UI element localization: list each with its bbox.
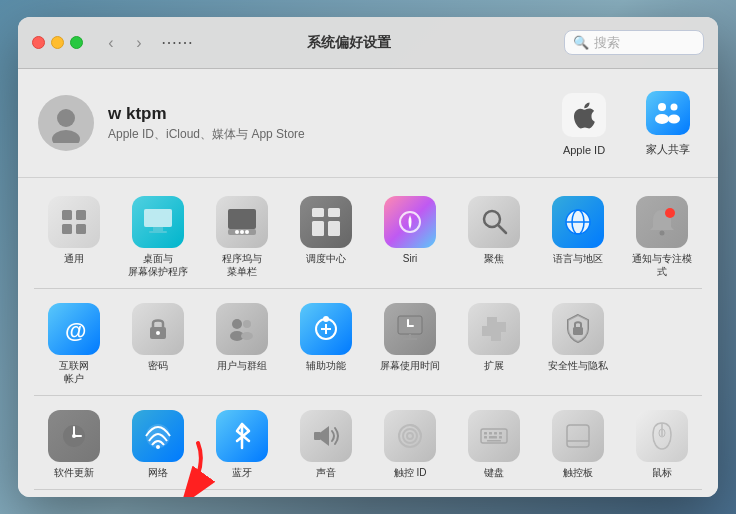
pref-screentime[interactable]: 屏幕使用时间 xyxy=(370,297,450,391)
avatar[interactable] xyxy=(38,95,94,151)
network-label: 网络 xyxy=(148,466,168,479)
titlebar: ‹ › ⋯⋯ 系统偏好设置 🔍 xyxy=(18,17,718,69)
accessibility-label: 辅助功能 xyxy=(306,359,346,372)
pref-software[interactable]: 软件更新 xyxy=(34,404,114,485)
svg-point-31 xyxy=(665,208,675,218)
search-box[interactable]: 🔍 xyxy=(564,30,704,55)
svg-rect-58 xyxy=(489,432,492,435)
svg-rect-22 xyxy=(328,221,340,236)
close-button[interactable] xyxy=(32,36,45,49)
desktop-label: 桌面与屏幕保护程序 xyxy=(128,252,188,278)
siri-icon xyxy=(384,196,436,248)
pref-extensions[interactable]: 扩展 xyxy=(454,297,534,391)
svg-point-18 xyxy=(245,230,249,234)
svg-rect-64 xyxy=(487,440,501,442)
pref-bluetooth[interactable]: 蓝牙 xyxy=(202,404,282,485)
bluetooth-label: 蓝牙 xyxy=(232,466,252,479)
icon-grid-row2: @ 互联网帐户 密码 用户与群组 xyxy=(34,297,702,391)
pref-users[interactable]: 用户与群组 xyxy=(202,297,282,391)
search-input[interactable] xyxy=(594,35,695,50)
pref-notification[interactable]: 通知与专注模式 xyxy=(622,190,702,284)
mouse-icon xyxy=(636,410,688,462)
mission-icon xyxy=(300,196,352,248)
pref-language[interactable]: 语言与地区 xyxy=(538,190,618,284)
svg-rect-7 xyxy=(62,224,72,234)
svg-rect-57 xyxy=(484,432,487,435)
svg-rect-11 xyxy=(144,209,172,227)
pref-siri[interactable]: Siri xyxy=(370,190,450,284)
siri-label: Siri xyxy=(403,252,417,265)
pref-network[interactable]: 网络 xyxy=(118,404,198,485)
pref-accessibility[interactable]: 辅助功能 xyxy=(286,297,366,391)
svg-point-5 xyxy=(668,115,680,124)
svg-point-30 xyxy=(660,231,665,236)
minimize-button[interactable] xyxy=(51,36,64,49)
svg-point-16 xyxy=(235,230,239,234)
pref-mouse[interactable]: 鼠标 xyxy=(622,404,702,485)
users-icon xyxy=(216,303,268,355)
svg-point-38 xyxy=(241,332,253,340)
notification-icon xyxy=(636,196,688,248)
family-share-button[interactable]: 家人共享 xyxy=(638,83,698,163)
svg-rect-52 xyxy=(314,432,321,440)
pref-dock[interactable]: 程序坞与菜单栏 xyxy=(202,190,282,284)
pref-mission[interactable]: 调度中心 xyxy=(286,190,366,284)
pref-spotlight[interactable]: 聚焦 xyxy=(454,190,534,284)
maximize-button[interactable] xyxy=(70,36,83,49)
svg-point-17 xyxy=(240,230,244,234)
touchid-icon xyxy=(384,410,436,462)
network-icon xyxy=(132,410,184,462)
profile-section: w ktpm Apple ID、iCloud、媒体与 App Store App… xyxy=(18,69,718,178)
svg-text:@: @ xyxy=(65,318,86,343)
software-icon xyxy=(48,410,100,462)
svg-rect-6 xyxy=(62,210,72,220)
language-icon xyxy=(552,196,604,248)
svg-point-51 xyxy=(156,445,160,449)
icon-grid-container: 通用 桌面与屏幕保护程序 程序坞与菜单栏 xyxy=(34,190,702,497)
pref-desktop[interactable]: 桌面与屏幕保护程序 xyxy=(118,190,198,284)
svg-rect-19 xyxy=(312,208,324,217)
sound-icon xyxy=(300,410,352,462)
pref-touchid[interactable]: 触控 ID xyxy=(370,404,450,485)
svg-point-34 xyxy=(156,331,160,335)
svg-rect-62 xyxy=(489,436,497,439)
back-button[interactable]: ‹ xyxy=(99,31,123,55)
touchid-label: 触控 ID xyxy=(394,466,427,479)
language-label: 语言与地区 xyxy=(553,252,603,265)
keyboard-icon xyxy=(468,410,520,462)
pref-password[interactable]: 密码 xyxy=(118,297,198,391)
bluetooth-icon xyxy=(216,410,268,462)
pref-keyboard[interactable]: 键盘 xyxy=(454,404,534,485)
profile-right-buttons: Apple ID 家人共享 xyxy=(554,83,698,163)
mission-label: 调度中心 xyxy=(306,252,346,265)
pref-internet[interactable]: @ 互联网帐户 xyxy=(34,297,114,391)
svg-rect-61 xyxy=(484,436,487,439)
svg-rect-65 xyxy=(567,425,589,447)
extensions-label: 扩展 xyxy=(484,359,504,372)
pref-trackpad[interactable]: 触控板 xyxy=(538,404,618,485)
svg-rect-13 xyxy=(149,231,167,233)
software-label: 软件更新 xyxy=(54,466,94,479)
svg-rect-63 xyxy=(499,436,502,439)
pref-security[interactable]: 安全性与隐私 xyxy=(538,297,618,391)
dock-icon xyxy=(216,196,268,248)
extensions-icon xyxy=(468,303,520,355)
trackpad-icon xyxy=(552,410,604,462)
pref-general[interactable]: 通用 xyxy=(34,190,114,284)
family-icon-wrap xyxy=(644,89,692,137)
svg-rect-60 xyxy=(499,432,502,435)
screentime-icon xyxy=(384,303,436,355)
svg-rect-59 xyxy=(494,432,497,435)
svg-rect-47 xyxy=(573,327,583,335)
internet-label: 互联网帐户 xyxy=(59,359,89,385)
svg-point-54 xyxy=(403,429,417,443)
divider1 xyxy=(34,288,702,289)
apple-id-button[interactable]: Apple ID xyxy=(554,85,614,162)
desktop-icon xyxy=(132,196,184,248)
svg-point-49 xyxy=(72,434,76,438)
system-preferences-window: ‹ › ⋯⋯ 系统偏好设置 🔍 w ktpm Apple ID、iCloud、媒… xyxy=(18,17,718,497)
dock-label: 程序坞与菜单栏 xyxy=(222,252,262,278)
pref-sound[interactable]: 声音 xyxy=(286,404,366,485)
svg-point-2 xyxy=(658,103,666,111)
window-title: 系统偏好设置 xyxy=(141,34,556,52)
